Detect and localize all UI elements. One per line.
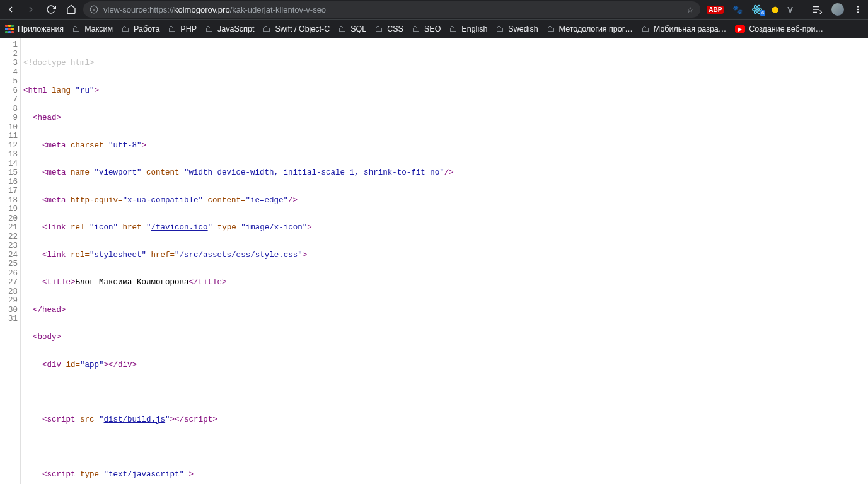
separator bbox=[802, 4, 802, 15]
folder-icon: 🗀 bbox=[205, 25, 214, 33]
browser-chrome: view-source:https://kolmogorov.pro/kak-u… bbox=[0, 0, 868, 38]
code-line: <link rel="stylesheet" href="/src/assets… bbox=[23, 251, 634, 260]
line-gutter: 1234567891011121314151617181920212223242… bbox=[0, 38, 21, 484]
svg-point-12 bbox=[857, 11, 859, 13]
bookmark-folder[interactable]: 🗀Мобильная разра… bbox=[642, 25, 726, 33]
url-text: view-source:https://kolmogorov.pro/kak-u… bbox=[103, 5, 326, 14]
bookmark-folder[interactable]: 🗀SQL bbox=[339, 25, 366, 33]
code-line: <link rel="icon" href="/favicon.ico" typ… bbox=[23, 223, 634, 233]
home-icon[interactable] bbox=[66, 4, 77, 15]
code-line bbox=[23, 442, 634, 452]
bookmark-folder[interactable]: 🗀PHP bbox=[168, 25, 197, 33]
folder-icon: 🗀 bbox=[72, 25, 81, 33]
code-line: <html lang="ru"> bbox=[23, 86, 634, 96]
folder-icon: 🗀 bbox=[263, 25, 271, 33]
folder-icon: 🗀 bbox=[122, 25, 130, 33]
source-link[interactable]: /src/assets/css/style.css bbox=[180, 251, 298, 260]
bookmark-item[interactable]: ▶Создание веб-при… bbox=[735, 25, 823, 33]
apps-icon bbox=[5, 25, 14, 33]
bookmark-folder[interactable]: 🗀Максим bbox=[72, 25, 113, 33]
code-line: <title>Блог Максима Колмогорова</title> bbox=[23, 278, 634, 287]
back-icon[interactable] bbox=[5, 4, 16, 15]
folder-icon: 🗀 bbox=[449, 25, 458, 33]
bookmark-folder[interactable]: 🗀SEO bbox=[412, 25, 441, 33]
code-line bbox=[23, 388, 634, 397]
bookmark-folder[interactable]: 🗀Swift / Object-C bbox=[263, 25, 330, 33]
folder-icon: 🗀 bbox=[168, 25, 176, 33]
bookmarks-bar: Приложения 🗀Максим 🗀Работа 🗀PHP 🗀JavaScr… bbox=[0, 19, 868, 38]
extension-icon[interactable]: ⬢ bbox=[772, 5, 778, 14]
code-line: <script src="dist/build.js"></script> bbox=[23, 415, 634, 425]
menu-icon[interactable] bbox=[853, 4, 863, 14]
profile-avatar[interactable] bbox=[831, 3, 844, 16]
bookmark-folder[interactable]: 🗀JavaScript bbox=[205, 25, 254, 33]
bookmark-folder[interactable]: 🗀Swedish bbox=[496, 25, 538, 33]
code-line: <meta http-equiv="x-ua-compatible" conte… bbox=[23, 196, 634, 205]
folder-icon: 🗀 bbox=[496, 25, 504, 33]
svg-point-11 bbox=[857, 9, 859, 11]
code-line: <div id="app"></div> bbox=[23, 360, 634, 370]
code-line: <script type="text/javascript" > bbox=[23, 470, 634, 480]
apps-shortcut[interactable]: Приложения bbox=[5, 25, 64, 33]
bookmark-folder[interactable]: 🗀Работа bbox=[122, 25, 159, 33]
code-line: </head> bbox=[23, 306, 634, 315]
code-line: <!doctype html> bbox=[23, 59, 634, 68]
folder-icon: 🗀 bbox=[339, 25, 347, 33]
bookmark-star-icon[interactable]: ☆ bbox=[686, 5, 694, 14]
bookmark-folder[interactable]: 🗀English bbox=[449, 25, 487, 33]
source-code[interactable]: <!doctype html> <html lang="ru"> <head> … bbox=[21, 38, 634, 484]
svg-point-6 bbox=[756, 9, 758, 10]
address-bar[interactable]: view-source:https://kolmogorov.pro/kak-u… bbox=[83, 1, 700, 18]
badge-count: 6 bbox=[760, 10, 765, 16]
code-line: <head> bbox=[23, 113, 634, 123]
abp-extension-icon[interactable]: ABP bbox=[707, 6, 724, 14]
source-link[interactable]: /favicon.ico bbox=[151, 223, 208, 232]
folder-icon: 🗀 bbox=[375, 25, 383, 33]
vue-extension-icon[interactable]: V bbox=[787, 5, 793, 14]
media-control-icon[interactable] bbox=[811, 4, 823, 15]
code-line: <body> bbox=[23, 333, 634, 342]
reload-icon[interactable] bbox=[45, 4, 57, 15]
folder-icon: 🗀 bbox=[642, 25, 650, 33]
paw-extension-icon[interactable]: 🐾 bbox=[732, 5, 743, 14]
bookmark-folder[interactable]: 🗀Методология прог… bbox=[547, 25, 633, 33]
toolbar: view-source:https://kolmogorov.pro/kak-u… bbox=[0, 0, 868, 19]
code-line: <meta charset="utf-8"> bbox=[23, 141, 634, 151]
folder-icon: 🗀 bbox=[412, 25, 420, 33]
source-link[interactable]: dist/build.js bbox=[104, 415, 166, 424]
bookmark-folder[interactable]: 🗀CSS bbox=[375, 25, 403, 33]
forward-icon[interactable] bbox=[25, 4, 37, 15]
react-devtools-icon[interactable]: 6 bbox=[751, 4, 763, 15]
folder-icon: 🗀 bbox=[547, 25, 555, 33]
view-source-content: 1234567891011121314151617181920212223242… bbox=[0, 38, 868, 484]
svg-point-10 bbox=[857, 6, 859, 8]
youtube-icon: ▶ bbox=[735, 25, 745, 33]
code-line: <meta name="viewport" content="width=dev… bbox=[23, 168, 634, 178]
site-info-icon[interactable] bbox=[90, 5, 98, 14]
